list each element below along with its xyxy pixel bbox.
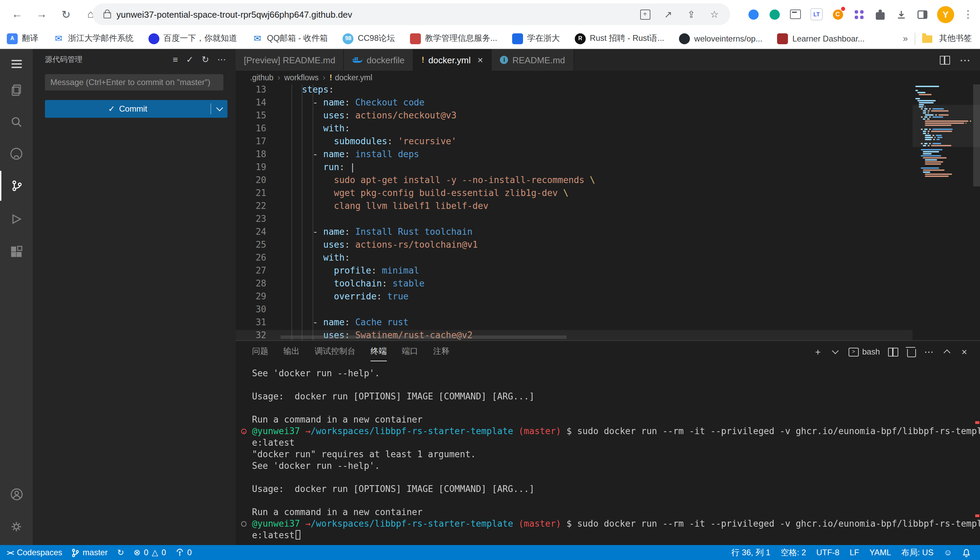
other-bookmarks-label[interactable]: 其他书签	[939, 33, 972, 44]
line-number: 30	[236, 304, 276, 317]
bookmark-item[interactable]: ✉QQ邮箱 - 收件箱	[252, 33, 328, 44]
url-text[interactable]: yunwei37-potential-space-trout-rpr5qwj66…	[117, 9, 639, 19]
close-panel-icon[interactable]: ×	[960, 345, 969, 358]
commit-dropdown-icon[interactable]	[211, 108, 227, 110]
minimap-line	[913, 157, 970, 158]
editor-tab[interactable]: dockerfile	[344, 49, 413, 71]
bookmark-item[interactable]: RRust 招聘 - Rust语...	[575, 33, 664, 44]
encoding-indicator[interactable]: UTF-8	[816, 548, 840, 557]
close-icon[interactable]: ×	[477, 55, 483, 65]
explorer-icon[interactable]	[0, 75, 33, 105]
refresh-icon[interactable]: ↻	[59, 7, 74, 22]
bookmark-item[interactable]: ✉浙江大学邮件系统	[53, 33, 134, 44]
new-terminal-icon[interactable]: +	[813, 345, 823, 358]
bookmark-item[interactable]: A翻译	[7, 33, 38, 44]
downloads-icon[interactable]	[895, 8, 907, 20]
breadcrumb-separator-icon: ›	[323, 73, 326, 82]
github-icon[interactable]	[0, 139, 33, 169]
branch-indicator[interactable]: master	[72, 548, 108, 557]
split-terminal-icon[interactable]	[888, 345, 898, 358]
search-icon[interactable]	[0, 107, 33, 137]
breadcrumb-item[interactable]: !docker.yml	[329, 73, 372, 82]
line-col-indicator[interactable]: 行 36, 列 1	[731, 547, 771, 558]
panel-tab[interactable]: 输出	[283, 341, 299, 361]
extension-icon[interactable]: LT	[810, 8, 823, 20]
profile-avatar[interactable]: Y	[937, 6, 954, 23]
back-icon[interactable]: ←	[10, 7, 25, 22]
code-line: sudo apt-get install -y --no-install-rec…	[281, 175, 913, 188]
panel-more-actions-icon[interactable]: ⋯	[924, 345, 934, 358]
source-control-icon[interactable]	[0, 171, 33, 201]
language-indicator[interactable]: YAML	[869, 548, 891, 557]
bookmark-star-icon[interactable]: ☆	[708, 8, 721, 20]
sync-icon[interactable]: ↻	[117, 548, 124, 557]
bookmark-item[interactable]: 学在浙大	[512, 33, 560, 44]
side-panel-icon[interactable]	[916, 8, 928, 20]
open-in-new-icon[interactable]: ↗	[662, 8, 674, 20]
problems-indicator[interactable]: ⊗0 △0	[134, 548, 166, 557]
indent-indicator[interactable]: 空格: 2	[781, 547, 806, 558]
split-editor-icon[interactable]	[940, 55, 950, 64]
kill-terminal-icon[interactable]	[906, 345, 916, 358]
bookmark-item[interactable]: 98CC98论坛	[343, 33, 395, 44]
run-debug-icon[interactable]	[0, 204, 33, 234]
panel-tab[interactable]: 调试控制台	[314, 341, 356, 361]
extensions-puzzle-icon[interactable]	[874, 8, 886, 20]
extension-icon[interactable]: C	[831, 8, 844, 20]
panel-tab[interactable]: 终端	[370, 341, 387, 361]
feedback-icon[interactable]: ☺	[943, 548, 952, 557]
menu-icon[interactable]	[0, 49, 33, 79]
eol-indicator[interactable]: LF	[850, 548, 859, 557]
editor-tab[interactable]: iREADME.md	[492, 49, 574, 71]
maximize-panel-icon[interactable]	[942, 345, 952, 358]
refresh-scm-icon[interactable]: ↻	[202, 54, 209, 64]
bookmarks-overflow-icon[interactable]: »	[903, 33, 908, 43]
bookmark-item[interactable]: 百度一下，你就知道	[149, 33, 237, 44]
code-editor[interactable]: 1314151617181920212223242526272829303132…	[236, 84, 980, 340]
terminal-dropdown-icon[interactable]	[831, 345, 840, 358]
extension-icon[interactable]	[853, 8, 865, 20]
editor-tab[interactable]: [Preview] README.md	[236, 49, 344, 71]
shell-badge[interactable]: > bash	[849, 347, 880, 357]
browser-menu-icon[interactable]: ⋮	[963, 8, 973, 20]
bookmark-item[interactable]: weloveinterns/op...	[679, 33, 763, 44]
settings-gear-icon[interactable]	[0, 512, 33, 542]
codespaces-indicator[interactable]: >< Codespaces	[7, 548, 62, 557]
code-line: with:	[281, 252, 913, 265]
forward-icon[interactable]: →	[34, 7, 49, 22]
view-changes-icon[interactable]: ≡	[173, 54, 178, 64]
commit-button[interactable]: ✓Commit	[45, 100, 227, 118]
docker-whale-icon	[353, 56, 363, 64]
editor-more-actions-icon[interactable]: ⋯	[960, 53, 970, 66]
zju-mail-favicon: ✉	[53, 33, 64, 44]
bookmark-label: 学在浙大	[527, 33, 560, 44]
address-bar[interactable]: yunwei37-potential-space-trout-rpr5qwj66…	[93, 3, 730, 25]
collections-icon[interactable]: +	[639, 8, 651, 20]
panel-tab[interactable]: 注释	[433, 341, 450, 361]
editor-tab[interactable]: !docker.yml×	[413, 49, 492, 71]
scm-more-actions-icon[interactable]: ⋯	[217, 54, 226, 64]
commit-all-icon[interactable]: ✓	[186, 54, 193, 64]
extension-icon[interactable]	[768, 8, 781, 20]
bookmark-item[interactable]: 教学管理信息服务...	[410, 33, 497, 44]
code-line: wget pkg-config build-essential zlib1g-d…	[281, 188, 913, 201]
account-icon[interactable]	[0, 479, 33, 509]
bookmark-item[interactable]: Learner Dashboar...	[778, 33, 865, 44]
breadcrumb-item[interactable]: workflows	[284, 73, 319, 82]
commit-message-input[interactable]	[45, 74, 223, 90]
terminal[interactable]: See 'docker run --help'.Usage: docker ru…	[252, 368, 972, 542]
breadcrumb-item[interactable]: .github	[250, 73, 273, 82]
ports-indicator[interactable]: 0	[176, 548, 192, 557]
extensions-icon[interactable]	[0, 237, 33, 267]
share-icon[interactable]: ⇪	[685, 8, 697, 20]
notifications-bell-icon[interactable]	[962, 548, 970, 557]
extension-icon[interactable]	[747, 8, 759, 20]
tab-label: docker.yml	[428, 55, 471, 65]
editor-scrollbar[interactable]	[973, 84, 980, 187]
extension-icon[interactable]	[789, 8, 801, 20]
lock-icon[interactable]	[104, 12, 111, 18]
panel-tab[interactable]: 端口	[402, 341, 418, 361]
panel-tab[interactable]: 问题	[252, 341, 268, 361]
layout-indicator[interactable]: 布局: US	[901, 547, 934, 558]
editor-hscrollbar[interactable]	[281, 335, 567, 339]
